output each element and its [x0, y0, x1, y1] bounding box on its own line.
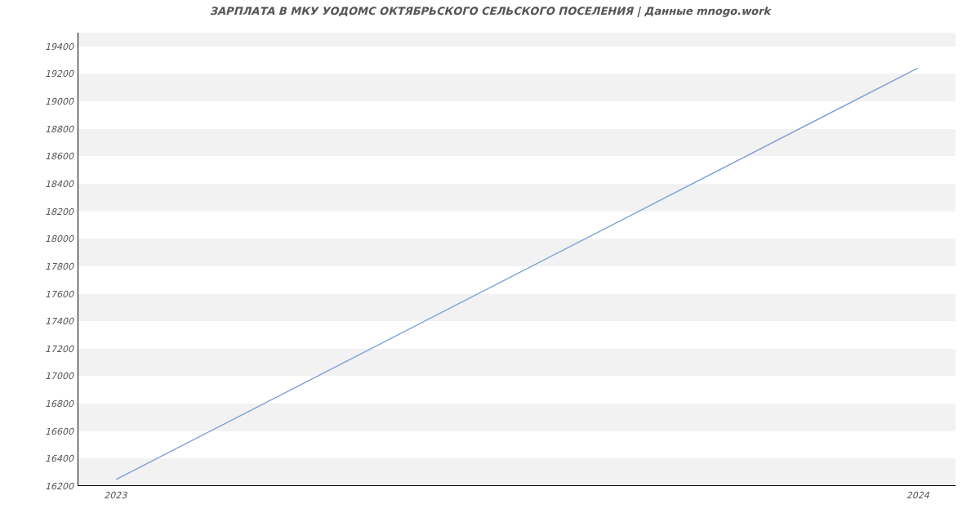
plot-area [78, 33, 956, 486]
x-tick-label: 2024 [906, 490, 929, 501]
y-tick-label: 16200 [0, 481, 74, 492]
y-tick-label: 18600 [0, 151, 74, 162]
y-tick-label: 18400 [0, 179, 74, 190]
y-tick-label: 17600 [0, 288, 74, 299]
y-tick-label: 17000 [0, 371, 74, 382]
chart-title: ЗАРПЛАТА В МКУ УОДОМС ОКТЯБРЬСКОГО СЕЛЬС… [0, 5, 980, 17]
y-tick-label: 18200 [0, 206, 74, 216]
y-tick-label: 16600 [0, 426, 74, 436]
y-tick-label: 16400 [0, 453, 74, 464]
y-tick-label: 17400 [0, 316, 74, 327]
line-layer [78, 33, 956, 485]
y-tick-label: 18800 [0, 123, 74, 134]
y-tick-label: 19200 [0, 69, 74, 79]
y-tick-label: 19400 [0, 41, 74, 51]
series-line [116, 68, 918, 480]
y-tick-label: 19000 [0, 96, 74, 107]
y-tick-label: 16800 [0, 399, 74, 409]
chart-container: ЗАРПЛАТА В МКУ УОДОМС ОКТЯБРЬСКОГО СЕЛЬС… [0, 0, 980, 531]
y-tick-label: 17200 [0, 343, 74, 354]
y-tick-label: 17800 [0, 261, 74, 271]
x-tick-label: 2023 [104, 490, 127, 501]
y-tick-label: 18000 [0, 234, 74, 244]
